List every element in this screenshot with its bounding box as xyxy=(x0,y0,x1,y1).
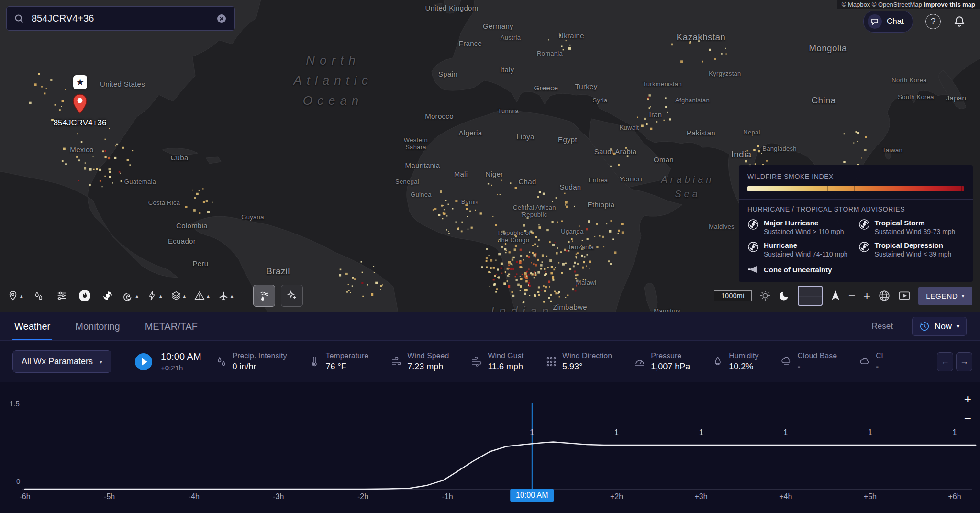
advisory-item: Major HurricaneSustained Wind > 110 mph xyxy=(747,219,854,235)
chat-button[interactable]: Chat xyxy=(863,11,913,33)
wx-parameters-dropdown[interactable]: All Wx Paramaters ▾ xyxy=(12,350,111,373)
metric-label: Cl xyxy=(876,352,883,360)
time-refresh-icon xyxy=(919,321,930,332)
x-tick-now[interactable]: 10:00 AM xyxy=(510,489,554,502)
advisory-grid: Major HurricaneSustained Wind > 110 mphT… xyxy=(747,219,964,258)
search-input[interactable] xyxy=(31,12,216,24)
advisory-desc: Sustained Wind > 110 mph xyxy=(764,228,844,235)
legend-panel: WILDFIRE SMOKE INDEX HURRICANE / TROPICA… xyxy=(739,165,973,282)
x-tick: +2h xyxy=(610,492,623,501)
now-dropdown-button[interactable]: Now ▾ xyxy=(912,317,967,336)
x-tick: -3h xyxy=(273,492,284,501)
y-axis-top-label: 1.5 xyxy=(10,400,20,408)
chevron-down-icon: ▾ xyxy=(100,358,102,365)
chevron-down-icon: ▾ xyxy=(957,323,959,330)
reset-button[interactable]: Reset xyxy=(869,321,896,332)
compass-north-icon[interactable] xyxy=(830,290,841,301)
minimap-style-switcher[interactable] xyxy=(798,286,823,306)
advisory-desc: Sustained Wind 39-73 mph xyxy=(875,228,956,235)
forecast-chart[interactable]: 1.5 0 -6h-5h-4h-3h-2h-1h10:00 AM+2h+3h+4… xyxy=(0,382,980,513)
metric-value: 7.23 mph xyxy=(407,362,449,372)
favorite-star-button[interactable]: ★ xyxy=(73,75,87,89)
x-tick: +3h xyxy=(695,492,708,501)
layer-settings-button[interactable] xyxy=(52,285,72,307)
advisory-name: Tropical Storm xyxy=(875,219,956,227)
chart-value-label: 1 xyxy=(530,428,534,437)
scale-bar: 1000mi xyxy=(714,290,752,301)
x-tick: +5h xyxy=(864,492,877,501)
time-elapsed: +0:21h xyxy=(161,364,201,372)
cone-label: Cone of Uncertainty xyxy=(764,266,832,274)
metrics-next-button[interactable]: → xyxy=(956,352,972,371)
tab-weather[interactable]: Weather xyxy=(12,312,52,340)
x-tick: -2h xyxy=(357,492,368,501)
weather-map[interactable]: United KingdomGermanyFranceAustriaUkrain… xyxy=(0,0,980,312)
tab-metar-taf[interactable]: METAR/TAF xyxy=(143,312,200,340)
metric-label: Cloud Base xyxy=(797,352,837,360)
add-layer-tool-button[interactable] xyxy=(281,285,303,307)
chevron-up-icon: ▴ xyxy=(136,293,139,299)
flights-layer-button[interactable]: ▴ xyxy=(215,285,236,307)
hurricane-icon xyxy=(747,241,759,253)
chart-zoom-out-button[interactable]: − xyxy=(964,412,971,424)
tab-bar: WeatherMonitoringMETAR/TAF Reset Now ▾ xyxy=(0,312,980,341)
lightning-layer-button[interactable]: ▴ xyxy=(144,285,165,307)
cone-of-uncertainty-row: Cone of Uncertainty xyxy=(747,264,964,275)
metric-pressure: Pressure1,007 hPa xyxy=(634,352,690,372)
x-tick: +6h xyxy=(948,492,961,501)
map-attribution[interactable]: © Mapbox © OpenStreetMap Improve this ma… xyxy=(837,0,980,9)
advisories-title: HURRICANE / TROPICAL STORM ADVISORIES xyxy=(747,205,964,213)
metric-value: - xyxy=(876,362,883,372)
zoom-out-button[interactable]: − xyxy=(848,289,856,303)
chart-value-label: 1 xyxy=(614,428,619,437)
notifications-bell-icon[interactable] xyxy=(953,15,966,28)
search-bar[interactable] xyxy=(6,6,235,31)
smoke-index-gradient xyxy=(747,186,964,191)
globe-layers-icon[interactable] xyxy=(878,290,891,302)
metrics-prev-button[interactable]: ← xyxy=(937,352,953,371)
advisory-name: Major Hurricane xyxy=(764,219,844,227)
dark-mode-moon-icon[interactable] xyxy=(779,290,790,301)
chevron-up-icon: ▴ xyxy=(207,293,210,299)
metric-label: Wind Gust xyxy=(488,352,523,360)
hurricane-icon xyxy=(858,219,870,230)
advisory-name: Hurricane xyxy=(764,241,848,249)
time-value: 10:00 AM xyxy=(161,351,201,362)
cyclone-layer-button[interactable]: ▴ xyxy=(121,285,142,307)
location-pin-marker[interactable] xyxy=(73,94,87,116)
zoom-in-button[interactable]: + xyxy=(863,289,870,303)
cloud-icon xyxy=(859,356,870,368)
metric-value: 0 in/hr xyxy=(233,362,287,372)
alerts-layer-button[interactable]: ▴ xyxy=(191,285,212,307)
metric-wind-direction: Wind Direction5.93° xyxy=(546,352,612,372)
hurricane-layer-button[interactable] xyxy=(98,285,118,307)
now-label: Now xyxy=(935,322,952,332)
legend-toggle-button[interactable]: LEGEND ▾ xyxy=(918,287,972,305)
advisory-name: Tropical Depression xyxy=(875,241,952,249)
smoke-index-title: WILDFIRE SMOKE INDEX xyxy=(747,173,964,180)
forecast-line xyxy=(25,442,976,489)
help-icon[interactable]: ? xyxy=(925,14,941,29)
precip-icon xyxy=(216,356,227,368)
chevron-up-icon: ▴ xyxy=(183,293,186,299)
play-button[interactable] xyxy=(135,353,152,370)
advisory-item: Tropical DepressionSustained Wind < 39 m… xyxy=(858,241,965,258)
metric-value: 11.6 mph xyxy=(488,362,523,372)
metric-label: Temperature xyxy=(325,352,368,360)
tab-monitoring[interactable]: Monitoring xyxy=(73,312,122,340)
metric-label: Wind Speed xyxy=(407,352,449,360)
location-pin-layer-button[interactable]: ▴ xyxy=(5,285,26,307)
stream-video-icon[interactable] xyxy=(898,290,911,302)
metric-value: 1,007 hPa xyxy=(651,362,690,372)
x-tick: -5h xyxy=(104,492,115,501)
pressure-icon xyxy=(634,356,646,368)
precipitation-layer-button[interactable] xyxy=(29,285,49,307)
wildfire-layer-button[interactable] xyxy=(75,285,95,307)
improve-map-link[interactable]: Improve this map xyxy=(924,1,975,8)
wildfire-smoke-tool-button[interactable] xyxy=(253,285,275,307)
x-tick: +4h xyxy=(779,492,792,501)
chart-zoom-in-button[interactable]: + xyxy=(964,393,971,405)
light-mode-sun-icon[interactable] xyxy=(759,290,771,301)
layers-button[interactable]: ▴ xyxy=(168,285,189,307)
clear-search-icon[interactable] xyxy=(216,13,227,24)
